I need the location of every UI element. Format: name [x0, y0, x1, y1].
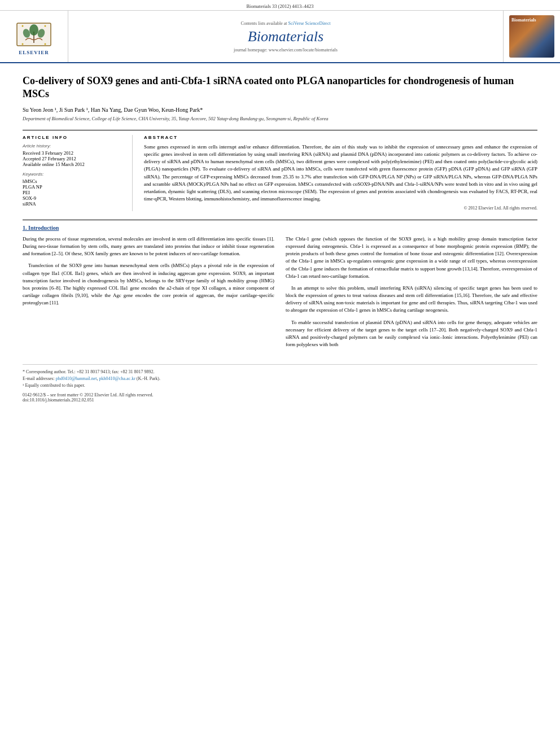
intro-left-p1: During the process of tissue regeneratio…: [23, 235, 274, 258]
abstract-col: ABSTRACT Some genes expressed in stem ce…: [144, 135, 537, 211]
introduction-body: During the process of tissue regeneratio…: [23, 235, 537, 353]
intro-right-col: The Cbfa-1 gene (which opposes the funct…: [286, 235, 537, 353]
keyword-sox9: SOX-9: [23, 195, 125, 201]
keyword-pei: PEI: [23, 190, 125, 195]
elsevier-graphic: [14, 18, 54, 49]
keyword-plga: PLGA NP: [23, 184, 125, 190]
email-link-2[interactable]: pkh0410@cha.ac.kr: [99, 376, 135, 381]
svg-point-8: [22, 43, 24, 45]
intro-left-col: During the process of tissue regeneratio…: [23, 235, 274, 353]
journal-title: Biomaterials: [248, 28, 323, 45]
keywords-label: Keywords:: [23, 172, 125, 177]
svg-point-3: [29, 24, 38, 36]
sciverse-link[interactable]: SciVerse ScienceDirect: [288, 21, 331, 26]
history-label: Article history:: [23, 143, 125, 148]
journal-title-area: Contents lists available at SciVerse Sci…: [68, 11, 504, 62]
citation-text: Biomaterials 33 (2012) 4413–4423: [246, 3, 313, 9]
doi-line: doi:10.1016/j.biomaterials.2012.02.051: [23, 397, 537, 403]
intro-right-p2: In an attempt to solve this problem, sma…: [286, 285, 537, 314]
corresponding-author: * Corresponding author. Tel.: +82 31 801…: [23, 369, 537, 374]
equal-contribution: ¹ Equally contributed to this paper.: [23, 383, 537, 388]
introduction-title: 1. Introduction: [23, 225, 537, 231]
badge-text: Biomaterials: [511, 18, 536, 23]
authors: Su Yeon Jeon ¹, Ji Sun Park ¹, Han Na Ya…: [23, 107, 537, 113]
abstract-header: ABSTRACT: [144, 135, 537, 140]
email-footnote: E-mail addresses: phd0410@hanmail.net, p…: [23, 376, 537, 381]
abstract-text: Some genes expressed in stem cells inter…: [144, 143, 537, 203]
license-line: 0142-9612/$ – see front matter © 2012 El…: [23, 392, 537, 397]
intro-right-p1: The Cbfa-1 gene (which opposes the funct…: [286, 235, 537, 280]
elsevier-logo-area: ELSEVIER: [0, 11, 68, 62]
sciverse-line: Contents lists available at SciVerse Sci…: [241, 21, 331, 26]
accepted-date: Accepted 27 February 2012: [23, 156, 125, 161]
article-info-header: ARTICLE INFO: [23, 135, 125, 140]
svg-point-9: [45, 43, 46, 45]
intro-right-p3: To enable successful transfection of pla…: [286, 319, 537, 349]
received-date: Received 3 February 2012: [23, 150, 125, 156]
elsevier-wordmark: ELSEVIER: [19, 50, 49, 55]
affiliation: Department of Biomedical Science, Colleg…: [23, 116, 537, 121]
article-info-col: ARTICLE INFO Article history: Received 3…: [23, 135, 133, 211]
introduction-section: 1. Introduction During the process of ti…: [23, 220, 537, 353]
available-date: Available online 15 March 2012: [23, 161, 125, 167]
footer-area: * Corresponding author. Tel.: +82 31 801…: [23, 364, 537, 403]
copyright-line: © 2012 Elsevier Ltd. All rights reserved…: [144, 206, 537, 211]
journal-homepage: journal homepage: www.elsevier.com/locat…: [234, 47, 338, 53]
keyword-sirna: siRNA: [23, 201, 125, 207]
article-title: Co-delivery of SOX9 genes and anti-Cbfa-…: [23, 75, 537, 101]
elsevier-logo: ELSEVIER: [14, 18, 54, 55]
keywords-group: Keywords: hMSCs PLGA NP PEI SOX-9 siRNA: [23, 172, 125, 207]
badge-area: Biomaterials: [504, 11, 560, 62]
svg-point-7: [45, 25, 46, 27]
svg-point-6: [22, 25, 24, 27]
citation-bar: Biomaterials 33 (2012) 4413–4423: [0, 0, 560, 11]
keyword-hmscs: hMSCs: [23, 178, 125, 184]
article-history: Article history: Received 3 February 201…: [23, 143, 125, 167]
journal-header: ELSEVIER Contents lists available at Sci…: [0, 11, 560, 63]
email-link-1[interactable]: phd0410@hanmail.net: [56, 376, 97, 381]
journal-badge: Biomaterials: [509, 15, 554, 58]
article-info-abstract-section: ARTICLE INFO Article history: Received 3…: [23, 130, 537, 211]
main-content: Co-delivery of SOX9 genes and anti-Cbfa-…: [0, 63, 560, 416]
intro-left-p2: Transfection of the SOX9 gene into human…: [23, 262, 274, 307]
